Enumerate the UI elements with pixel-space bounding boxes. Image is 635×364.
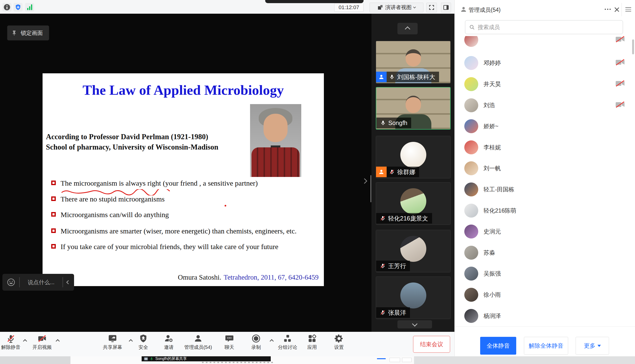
emoji-smiley-icon[interactable] [7,278,16,286]
member-name: 娇娇~ [484,122,498,130]
participant-name: 轻化216庞景文 [388,214,428,222]
avatar [464,36,478,47]
signal-bars-icon [27,4,32,10]
chevron-down-icon [412,321,418,327]
citation-author: Omura Satoshi. [178,273,221,281]
video-tile[interactable]: 轻化216庞景文 [376,182,450,225]
member-row[interactable]: 轻工-田国栋 [455,179,635,200]
mic-green-icon [150,357,154,361]
side-panel-toggle-button[interactable] [441,3,451,12]
layout-view-button[interactable]: 演讲者视图 [370,3,424,12]
unmute-all-label: 解除全体静音 [529,342,563,350]
share-indicator-label: Songfh的屏幕共享 [155,356,187,361]
member-name: 刘一帆 [484,164,501,172]
member-name: 轻化216陈萌 [484,207,516,214]
slide-bullet: There are no stupid microorganisms [51,195,318,203]
member-name: 轻工-田国栋 [484,186,514,193]
gear-icon [334,334,344,343]
member-row[interactable]: 吴振强 [455,263,635,284]
meeting-security-button[interactable] [14,3,22,12]
video-tile[interactable]: 刘国栋-陕科大 [376,41,450,84]
scrollbar-thumb[interactable] [632,40,634,54]
member-row-partial[interactable] [455,36,635,50]
panel-toggle-icon [443,4,449,10]
toolbar-settings-button[interactable]: 设置 [324,334,355,350]
member-row[interactable]: 刘一帆 [455,158,635,179]
mini-window [402,358,412,362]
scroll-tiles-up-button[interactable] [398,23,418,34]
divider [455,326,635,327]
breakout-rooms-icon [283,334,292,343]
slide-bullet: The microorganism is always right (your … [51,179,318,187]
member-name: 井天昊 [484,80,501,88]
slide-bullet: If you take care of your microbial frien… [51,242,318,251]
more-button[interactable]: 更多 [576,337,609,354]
screen-share-indicator-bar[interactable]: Songfh的屏幕共享 [142,356,271,361]
close-panel-icon[interactable] [614,7,620,12]
member-row[interactable]: 徐小雨 [455,284,635,305]
toolbar-share-screen-button[interactable]: 共享屏幕 [97,334,128,350]
avatar [464,267,478,280]
toolbar-start-video-button[interactable]: 开启视频 [26,334,58,350]
mic-muted-icon [389,169,395,175]
chat-quick-input[interactable]: 说点什么... [2,274,74,291]
more-options-icon[interactable] [605,9,611,10]
slide-bullet: Microorganisms are smarter (wiser, more … [51,227,318,235]
tile-name-strip: 张晨洋 [376,307,410,318]
member-row[interactable]: 轻化216陈萌 [455,200,635,221]
members-panel-header: 管理成员(54) [455,0,635,19]
meeting-info-button[interactable] [2,3,12,12]
video-tile[interactable]: 徐群娜 [376,136,450,178]
bullet-text: If you take care of your microbial frien… [60,242,278,251]
lock-view-button[interactable]: 锁定画面 [7,26,49,40]
members-panel: 管理成员(54) 搜索成员 邓婷婷 [454,0,635,356]
end-meeting-label: 结束会议 [420,340,443,348]
chat-input-placeholder[interactable]: 说点什么... [24,279,59,286]
collapse-chat-icon[interactable] [66,280,70,284]
video-tile[interactable]: 张晨洋 [376,276,450,319]
toolbar-manage-members-button[interactable]: 管理成员(54) [179,334,217,350]
expand-thumbnails-button[interactable] [362,179,366,184]
video-tile[interactable]: 王芳行 [376,230,450,272]
bullet-square-icon [51,180,56,185]
participant-name: 刘国栋-陕科大 [397,73,435,81]
chevron-right-icon [362,178,368,184]
search-member-input[interactable]: 搜索成员 [465,20,623,34]
network-status-button[interactable] [25,3,34,12]
tile-name-strip: 王芳行 [376,260,410,271]
avatar [464,56,478,70]
avatar [464,119,478,133]
unmute-all-button[interactable]: 解除全体静音 [524,337,568,354]
toolbar-record-button[interactable]: 录制 [240,334,272,350]
hamburger-menu-icon[interactable] [626,7,631,12]
toolbar-apps-button[interactable]: 应用 [296,334,328,350]
member-row[interactable]: 苏淼 [455,242,635,263]
slide-citation: Omura Satoshi.Tetrahedron, 2011, 67, 642… [178,273,318,281]
toolbar-unmute-button[interactable]: 解除静音 [0,334,26,350]
avatar [464,161,478,175]
end-meeting-button[interactable]: 结束会议 [413,336,450,353]
member-row[interactable]: 邓婷婷 [455,52,635,74]
cohost-badge-icon [376,166,387,177]
member-row[interactable]: 杨润泽 [455,305,635,326]
docked-control-tab[interactable] [265,0,364,3]
member-row[interactable]: 李桂妮 [455,137,635,158]
video-tile-active-speaker[interactable]: Songfh [376,87,450,130]
divider [62,277,63,287]
member-name: 徐小雨 [484,291,501,298]
search-icon [469,24,475,30]
members-panel-title: 管理成员(54) [468,6,500,14]
avatar [464,98,478,112]
bullet-text: Microorganisms can/will do anything [60,210,169,219]
scroll-tiles-down-button[interactable] [398,320,432,328]
member-row[interactable]: 刘浩 [455,95,635,116]
fullscreen-button[interactable] [426,3,437,12]
presentation-slide: The Law of Applied Microbiology Accordin… [42,73,324,286]
member-row[interactable]: 史润元 [455,221,635,242]
member-name: 邓婷婷 [484,59,501,67]
mute-all-button[interactable]: 全体静音 [480,337,516,354]
search-placeholder: 搜索成员 [478,24,500,31]
member-row[interactable]: 井天昊 [455,74,635,95]
mic-on-icon [389,74,395,80]
member-row[interactable]: 娇娇~ [455,116,635,137]
